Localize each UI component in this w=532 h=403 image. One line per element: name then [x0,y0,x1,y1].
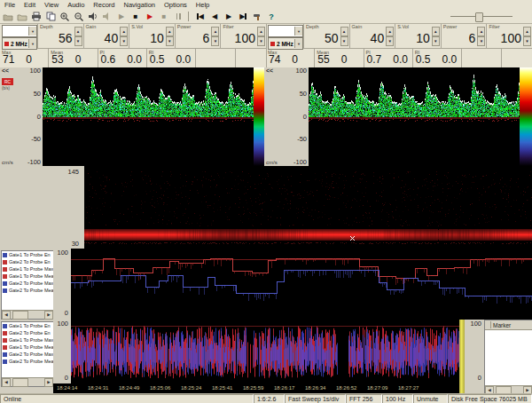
legend-item[interactable]: Gate2 To Probe Max [2,280,53,287]
gain-stepper: Gain 40 ▲▼ [349,24,395,49]
stop-icon[interactable]: ■ [129,11,142,22]
chevron-down-icon[interactable]: ▼ [28,27,36,36]
channel-1-mode-select[interactable]: ▼ [2,25,37,37]
filter-up-button[interactable]: ▲ [523,27,531,36]
status-filter-freq[interactable]: 100 Hz [382,394,413,403]
legend-item[interactable]: Gate2 To Probe Mean [2,287,53,294]
record-icon[interactable]: ▶ [144,11,156,22]
chevron-down-icon[interactable]: ▼ [294,27,302,36]
speaker-off-icon[interactable] [101,11,113,22]
filter-up-button[interactable]: ▲ [257,27,265,36]
status-mute[interactable]: Unmute [413,394,448,403]
svol-down-button[interactable]: ▼ [166,36,174,46]
play-icon[interactable]: ▶ [115,11,128,22]
legend-item[interactable]: Gate2 To Probe Mean [2,358,53,365]
legend-item[interactable]: Gate2 To Probe En [2,329,53,336]
depth-down-button[interactable]: ▼ [340,36,348,46]
depth-up-button[interactable]: ▲ [340,27,348,36]
legend-item[interactable]: Gate2 To Probe En [2,258,53,265]
marker-header-label: Marker [493,322,511,328]
power-down-button[interactable]: ▼ [211,36,219,46]
marker-ytick-top: 100 [470,320,481,328]
scrollbar-thumb[interactable] [12,378,28,387]
filter-value: 100 [235,31,255,45]
menu-record[interactable]: Record [89,1,119,9]
channel-2-spinners: Depth 50 ▲▼ Gain 40 ▲▼ S.Vol 10 ▲▼ Power… [303,24,532,49]
menu-navigation[interactable]: Navigation [120,1,160,9]
power-label: Power [177,24,192,29]
scroll-left-icon[interactable]: ◀ [2,378,11,387]
legend-item[interactable]: Gate2 To Probe Max [2,351,53,358]
volume-slider-thumb[interactable] [475,12,483,22]
trend-1-ytick-top: 100 [57,249,68,257]
chevron-down-icon[interactable]: ▼ [294,39,302,48]
step-forward-icon[interactable]: ▶ [223,11,235,22]
probe-color-chip [4,42,9,46]
volume-slider[interactable] [450,12,512,20]
depth-down-button[interactable]: ▼ [74,36,82,46]
menu-options[interactable]: Options [160,1,192,9]
legend-item[interactable]: Gate1 To Probe Mean [2,273,53,280]
legend-scrollbar[interactable]: ◀▶ [2,310,53,319]
gain-down-button[interactable]: ▼ [120,36,128,46]
skip-start-icon[interactable]: ◀ [194,11,207,22]
menu-audio[interactable]: Audio [63,1,89,9]
open-icon[interactable] [2,11,14,22]
scrollbar-thumb[interactable] [12,311,28,320]
zoom-out-icon[interactable] [73,11,85,22]
mmode-ytick-top: 145 [67,168,79,176]
channel-2-mode-select[interactable]: ▼ [268,25,303,37]
legend-item[interactable]: Gate1 To Probe Max [2,336,53,344]
step-back-icon[interactable]: ◀ [208,11,221,22]
tools-icon[interactable] [251,11,263,22]
power-down-button[interactable]: ▼ [477,36,485,46]
channel-2-probe-select[interactable]: 2 MHz ▼ [268,37,303,50]
menu-edit[interactable]: Edit [20,1,40,9]
status-fft[interactable]: FFT 256 [346,394,382,403]
legend-item[interactable]: Gate1 To Probe En [2,251,53,258]
pause-icon[interactable] [172,11,184,22]
power-up-button[interactable]: ▲ [211,27,219,36]
zoom-in-icon[interactable] [59,11,71,22]
collapse-button[interactable]: << [266,67,273,74]
channel-2-colorbar [520,67,532,166]
gain-up-button[interactable]: ▲ [386,27,394,36]
speaker-on-icon[interactable] [87,11,99,22]
pi-value-2: 0.0 [127,53,142,66]
legend-item[interactable]: Gate1 To Probe Mean [2,344,53,351]
max-stat: Max 710 [0,49,48,68]
menu-help[interactable]: Help [192,1,214,9]
depth-up-button[interactable]: ▲ [74,27,82,36]
chevron-down-icon[interactable]: ▼ [28,39,36,48]
legend-item[interactable]: Gate1 To Probe En [2,322,53,329]
channel-1-probe-select[interactable]: 2 MHz ▼ [2,37,37,50]
menu-view[interactable]: View [40,1,63,9]
scroll-left-icon[interactable]: ◀ [2,311,11,320]
gain-down-button[interactable]: ▼ [386,36,394,46]
help-icon[interactable]: ? [265,11,278,22]
menu-file[interactable]: File [0,1,20,9]
scroll-right-icon[interactable]: ▶ [44,378,53,387]
copy-icon[interactable] [44,11,57,22]
filter-down-button[interactable]: ▼ [523,36,531,46]
svol-up-button[interactable]: ▲ [432,27,440,36]
trend-panel-2: Gate1 To Probe En Gate2 To Probe En Gate… [0,320,532,393]
gain-up-button[interactable]: ▲ [120,27,128,36]
svol-down-button[interactable]: ▼ [432,36,440,46]
legend-item[interactable]: Gate1 To Probe Max [2,265,53,273]
legend-scrollbar[interactable]: ◀▶ [2,377,53,386]
scroll-right-icon[interactable]: ▶ [44,311,53,320]
folder-icon[interactable] [16,11,28,22]
ytick-50: 50 [293,90,307,97]
collapse-button[interactable]: << [2,67,9,74]
trend-1-ytick-bottom: 0 [65,309,68,317]
svol-up-button[interactable]: ▲ [166,27,174,36]
filter-down-button[interactable]: ▼ [257,36,265,46]
status-sweep[interactable]: Fast Sweep 1s/div [285,394,346,403]
power-up-button[interactable]: ▲ [477,27,485,36]
power-stepper: Power 6 ▲▼ [441,24,487,49]
skip-end-icon[interactable]: ▶ [237,11,249,22]
marker-panel-header[interactable]: Marker [485,320,532,330]
print-icon[interactable] [30,11,43,22]
stop-2-icon[interactable]: ■ [158,11,170,22]
